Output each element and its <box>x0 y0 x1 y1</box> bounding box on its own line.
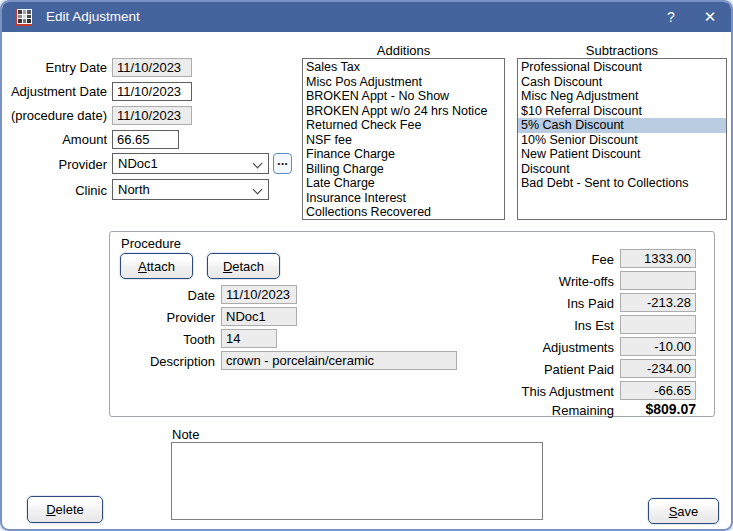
chevron-down-icon <box>253 159 263 169</box>
entry-date-field <box>112 58 192 77</box>
chevron-down-icon <box>253 185 263 195</box>
adjustment-date-label: Adjustment Date <box>2 83 107 100</box>
ins-est-label: Ins Est <box>482 317 614 334</box>
list-item[interactable]: 10% Senior Discount <box>518 133 726 148</box>
clinic-value: North <box>118 182 150 197</box>
proc-date-label: Date <box>115 287 215 304</box>
entry-date-label: Entry Date <box>2 59 107 76</box>
list-item[interactable]: Insurance Interest <box>303 191 504 206</box>
provider-value: NDoc1 <box>118 156 158 171</box>
writeoffs-field <box>620 271 696 290</box>
adjustment-date-field[interactable] <box>112 82 192 101</box>
procedure-group-title: Procedure <box>121 235 181 252</box>
list-item[interactable]: BROKEN Appt w/o 24 hrs Notice <box>303 104 504 119</box>
subtractions-listbox[interactable]: Professional DiscountCash DiscountMisc N… <box>517 58 727 220</box>
list-item[interactable]: Late Charge <box>303 176 504 191</box>
proc-provider-field: NDoc1 <box>221 307 297 326</box>
list-item[interactable]: 5% Cash Discount <box>518 118 726 133</box>
edit-adjustment-icon <box>15 9 32 26</box>
subtractions-title: Subtractions <box>517 42 727 59</box>
help-button[interactable]: ? <box>658 2 684 32</box>
ins-est-field <box>620 315 696 334</box>
amount-field[interactable] <box>112 130 179 149</box>
detach-button[interactable]: Detach <box>207 253 280 279</box>
clinic-dropdown[interactable]: North <box>112 179 269 200</box>
list-item[interactable]: Misc Neg Adjustment <box>518 89 726 104</box>
patient-paid-label: Patient Paid <box>482 361 614 378</box>
edit-adjustment-dialog: Edit Adjustment ? ✕ Entry Date Adjustmen… <box>0 0 733 531</box>
save-button[interactable]: Save <box>648 498 719 524</box>
this-adjustment-label: This Adjustment <box>482 383 614 400</box>
ins-paid-label: Ins Paid <box>482 295 614 312</box>
remaining-value: $809.07 <box>620 401 696 417</box>
remaining-label: Remaining <box>482 402 614 419</box>
adjustments-field: -10.00 <box>620 337 696 356</box>
proc-provider-label: Provider <box>115 309 215 326</box>
list-item[interactable]: Finance Charge <box>303 147 504 162</box>
additions-title: Additions <box>302 42 505 59</box>
list-item[interactable]: Sales Tax <box>303 60 504 75</box>
note-label: Note <box>172 426 199 443</box>
list-item[interactable]: Cash Discount <box>518 75 726 90</box>
list-item[interactable]: $10 Referral Discount <box>518 104 726 119</box>
provider-label: Provider <box>2 156 107 173</box>
proc-description-label: Description <box>115 353 215 370</box>
additions-listbox[interactable]: Sales TaxMisc Pos AdjustmentBROKEN Appt … <box>302 58 505 220</box>
attach-button[interactable]: Attach <box>120 253 193 279</box>
note-textarea[interactable] <box>171 442 543 520</box>
amount-label: Amount <box>2 131 107 148</box>
list-item[interactable]: New Patient Discount <box>518 147 726 162</box>
adjustments-label: Adjustments <box>482 339 614 356</box>
proc-description-field: crown - porcelain/ceramic <box>221 351 457 370</box>
list-item[interactable]: Billing Charge <box>303 162 504 177</box>
list-item[interactable]: Professional Discount <box>518 60 726 75</box>
list-item[interactable]: Misc Pos Adjustment <box>303 75 504 90</box>
delete-button[interactable]: Delete <box>27 496 103 523</box>
provider-more-button[interactable]: ... <box>273 153 292 174</box>
writeoffs-label: Write-offs <box>482 273 614 290</box>
provider-dropdown[interactable]: NDoc1 <box>112 153 269 174</box>
list-item[interactable]: Returned Check Fee <box>303 118 504 133</box>
list-item[interactable]: Bad Debt - Sent to Collections <box>518 176 726 191</box>
ins-paid-field: -213.28 <box>620 293 696 312</box>
this-adjustment-field: -66.65 <box>620 381 696 400</box>
proc-tooth-label: Tooth <box>115 331 215 348</box>
proc-tooth-field: 14 <box>221 329 277 348</box>
procedure-date-label: (procedure date) <box>2 107 107 124</box>
list-item[interactable]: NSF fee <box>303 133 504 148</box>
patient-paid-field: -234.00 <box>620 359 696 378</box>
fee-field: 1333.00 <box>620 249 696 268</box>
proc-date-field: 11/10/2023 <box>221 285 297 304</box>
title-bar: Edit Adjustment ? ✕ <box>2 2 731 32</box>
list-item[interactable]: BROKEN Appt - No Show <box>303 89 504 104</box>
clinic-label: Clinic <box>2 182 107 199</box>
list-item[interactable]: Discount <box>518 162 726 177</box>
fee-label: Fee <box>482 251 614 268</box>
close-icon[interactable]: ✕ <box>694 2 726 32</box>
list-item[interactable]: Collections Recovered <box>303 205 504 220</box>
procedure-date-field <box>112 106 192 125</box>
window-title: Edit Adjustment <box>46 2 140 32</box>
